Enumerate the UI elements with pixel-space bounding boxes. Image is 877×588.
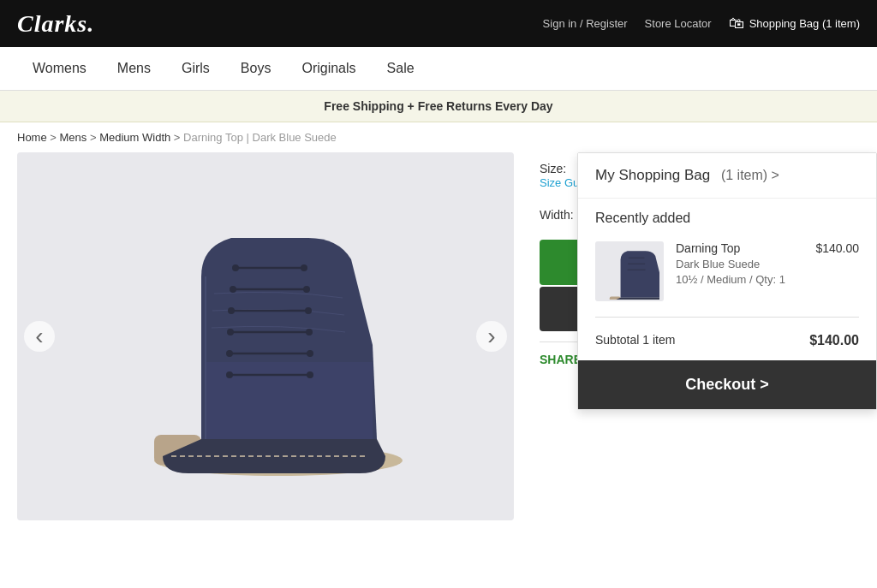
svg-point-8	[232, 264, 239, 271]
breadcrumb-home[interactable]: Home	[17, 131, 47, 144]
dropdown-header: My Shopping Bag (1 item) >	[578, 153, 876, 199]
main-nav: Womens Mens Girls Boys Originals Sale	[0, 47, 877, 91]
next-image-button[interactable]: ›	[476, 321, 507, 352]
subtotal-price: $140.00	[809, 333, 859, 348]
nav-item-boys[interactable]: Boys	[225, 47, 287, 90]
prev-image-button[interactable]: ‹	[24, 321, 55, 352]
bag-item-image	[595, 241, 664, 301]
dropdown-title: My Shopping Bag	[595, 167, 710, 184]
promo-text: Free Shipping + Free Returns Every Day	[324, 99, 552, 113]
shopping-bag-dropdown: My Shopping Bag (1 item) > Recently adde…	[577, 152, 877, 410]
shopping-bag-label: Shopping Bag (1 item)	[749, 17, 860, 30]
subtotal-row: Subtotal 1 item $140.00	[578, 324, 876, 357]
nav-item-womens[interactable]: Womens	[17, 47, 102, 90]
subtotal-label: Subtotal 1 item	[595, 333, 675, 348]
nav-item-girls[interactable]: Girls	[166, 47, 225, 90]
bag-icon: 🛍	[729, 15, 744, 33]
bag-item-name: Darning Top	[676, 241, 803, 255]
product-image-area: ‹	[17, 152, 514, 520]
nav-item-mens[interactable]: Mens	[102, 47, 166, 90]
svg-point-10	[228, 307, 235, 314]
bag-item: Darning Top Dark Blue Suede 10½ / Medium…	[578, 233, 876, 310]
bag-item-info: Darning Top Dark Blue Suede 10½ / Medium…	[676, 241, 803, 286]
svg-point-16	[305, 307, 312, 314]
product-image-svg	[103, 182, 428, 490]
breadcrumb-current: Darning Top | Dark Blue Suede	[183, 131, 337, 144]
bag-item-details: 10½ / Medium / Qty: 1	[676, 273, 803, 286]
svg-point-9	[230, 286, 236, 293]
checkout-button[interactable]: Checkout >	[578, 360, 876, 409]
svg-point-14	[301, 264, 307, 271]
recently-added-label: Recently added	[578, 199, 876, 233]
nav-item-originals[interactable]: Originals	[286, 47, 371, 90]
share-label: SHARE	[540, 353, 582, 366]
nav-item-sale[interactable]: Sale	[372, 47, 430, 90]
breadcrumb-mens[interactable]: Mens	[60, 131, 87, 144]
svg-point-19	[307, 371, 313, 378]
promo-bar: Free Shipping + Free Returns Every Day	[0, 91, 877, 122]
bag-divider	[595, 317, 859, 318]
breadcrumb: Home > Mens > Medium Width > Darning Top…	[0, 122, 877, 152]
bag-item-price: $140.00	[815, 241, 859, 255]
bag-item-image-svg	[600, 244, 659, 300]
breadcrumb-medium-width[interactable]: Medium Width	[99, 131, 170, 144]
svg-point-18	[307, 350, 313, 357]
product-image: ‹	[17, 152, 514, 520]
main-content: ‹	[0, 152, 877, 520]
svg-point-13	[226, 371, 233, 378]
site-logo[interactable]: Clarks.	[17, 10, 94, 38]
svg-point-11	[227, 329, 234, 336]
store-locator-link[interactable]: Store Locator	[645, 17, 712, 30]
header-right: Sign in / Register Store Locator 🛍 Shopp…	[543, 15, 860, 33]
sign-in-link[interactable]: Sign in / Register	[543, 17, 628, 30]
shopping-bag-button[interactable]: 🛍 Shopping Bag (1 item)	[729, 15, 860, 33]
svg-point-12	[226, 350, 233, 357]
svg-point-15	[303, 286, 310, 293]
svg-point-17	[306, 329, 313, 336]
bag-item-color: Dark Blue Suede	[676, 258, 803, 270]
dropdown-item-count[interactable]: (1 item) >	[721, 168, 779, 183]
site-header: Clarks. Sign in / Register Store Locator…	[0, 0, 877, 47]
